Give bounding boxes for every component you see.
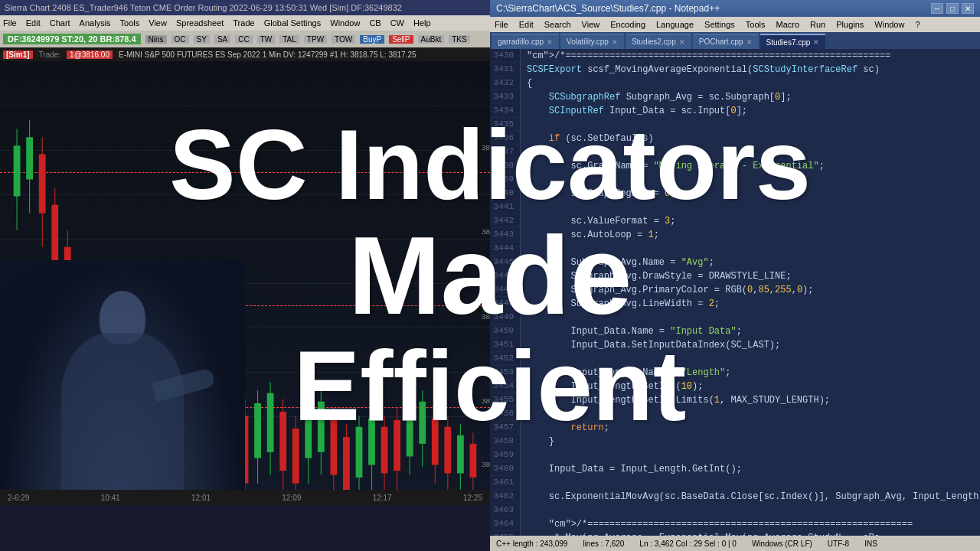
menu-help[interactable]: Help — [413, 18, 431, 28]
sc-tpw-btn[interactable]: TPW — [304, 35, 327, 44]
line-number: 3439 — [490, 173, 521, 186]
npp-tab-close[interactable]: ✕ — [547, 38, 553, 46]
code-line: 3434 SCInputRef Input_Data = sc.Input[0]… — [490, 104, 980, 118]
npp-tab-close[interactable]: ✕ — [679, 38, 685, 46]
sc-sim-badge: [Sim1] — [3, 51, 33, 59]
npp-menu-help[interactable]: ? — [915, 20, 920, 29]
menu-view[interactable]: View — [149, 18, 167, 28]
sc-cc-btn[interactable]: CC — [235, 35, 252, 44]
sc-tal-btn[interactable]: TAL — [279, 35, 299, 44]
npp-tab-label: garradillo.cpp — [498, 37, 544, 46]
npp-minimize-button[interactable]: ─ — [931, 3, 943, 14]
line-number: 3459 — [490, 448, 521, 461]
sc-buyp-btn[interactable]: BuyP — [360, 35, 384, 44]
npp-tab-pochart[interactable]: POChart.cpp ✕ — [693, 34, 759, 49]
code-line: 3438 sc.GraphName = "Moving Average - Ex… — [490, 159, 980, 173]
npp-tab-garradillo[interactable]: garradillo.cpp ✕ — [492, 34, 559, 49]
menu-globalsettings[interactable]: Global Settings — [264, 18, 322, 28]
npp-menubar[interactable]: File Edit Search View Encoding Language … — [490, 17, 980, 32]
line-content: SCInputRef Input_Data = sc.Input[0]; — [521, 104, 980, 118]
npp-tab-volatility[interactable]: Volatility.cpp ✕ — [560, 34, 624, 49]
sc-chart-area[interactable]: 3820 3818 3815 3812 3810 2-6:29 10:41 12… — [0, 61, 490, 505]
sc-aubkt-btn[interactable]: AuBkt — [418, 35, 445, 44]
npp-menu-search[interactable]: Search — [544, 20, 571, 29]
npp-code-area[interactable]: 3430"cm">/*=============================… — [490, 49, 980, 536]
menu-spreadsheet[interactable]: Spreadsheet — [176, 18, 224, 28]
line-number: 3433 — [490, 90, 521, 103]
menu-analysis[interactable]: Analysis — [80, 18, 111, 28]
sc-oc-btn[interactable]: OC — [172, 35, 189, 44]
code-line: 3433 SCSubgraphRef Subgraph_Avg = sc.Sub… — [490, 90, 980, 104]
npp-menu-file[interactable]: File — [495, 20, 508, 29]
line-number: 3437 — [490, 145, 521, 158]
code-line: 3461 — [490, 476, 980, 490]
code-line: 3430"cm">/*=============================… — [490, 49, 980, 63]
line-number: 3448 — [490, 297, 521, 310]
npp-window-buttons[interactable]: ─ □ ✕ — [931, 3, 974, 14]
npp-tabbar[interactable]: garradillo.cpp ✕ Volatility.cpp ✕ Studie… — [490, 32, 980, 49]
npp-tab-studies7[interactable]: Studies7.cpp ✕ — [760, 34, 826, 49]
npp-maximize-button[interactable]: □ — [946, 3, 959, 14]
svg-rect-57 — [368, 419, 375, 465]
npp-statusbar: C++ length : 243,099 lines : 7,620 Ln : … — [490, 536, 980, 551]
sc-sy-btn[interactable]: SY — [194, 35, 210, 44]
npp-tab-label: Studies2.cpp — [632, 37, 676, 46]
sc-pricebar: [Sim1] Trade: 1@3816.00 E-MINI S&P 500 F… — [0, 47, 490, 61]
npp-menu-run[interactable]: Run — [810, 20, 825, 29]
npp-menu-encoding[interactable]: Encoding — [610, 20, 645, 29]
sc-sellp-btn[interactable]: SellP — [389, 35, 413, 44]
npp-menu-language[interactable]: Language — [656, 20, 694, 29]
line-number: 3461 — [490, 476, 521, 489]
code-line: 3456 — [490, 407, 980, 421]
line-number: 3464 — [490, 517, 521, 530]
line-number: 3434 — [490, 104, 521, 117]
npp-tab-close[interactable]: ✕ — [746, 38, 753, 46]
sc-df-display: DF:36249979 ST:20, 20 BR:878.4 — [3, 34, 141, 44]
npp-menu-tools[interactable]: Tools — [746, 20, 766, 29]
menu-chart[interactable]: Chart — [50, 18, 70, 28]
line-number: 3454 — [490, 380, 521, 393]
sc-menubar[interactable]: File Edit Chart Analysis Tools View Spre… — [0, 15, 490, 31]
menu-cw[interactable]: CW — [390, 18, 404, 28]
npp-menu-settings[interactable]: Settings — [704, 20, 735, 29]
npp-tab-close[interactable]: ✕ — [612, 38, 618, 46]
menu-window[interactable]: Window — [330, 18, 360, 28]
line-content: Subgraph_Avg.LineWidth = 2; — [521, 297, 980, 311]
npp-menu-window[interactable]: Window — [874, 20, 904, 29]
npp-menu-plugins[interactable]: Plugins — [836, 20, 864, 29]
npp-menu-edit[interactable]: Edit — [519, 20, 534, 29]
menu-trade[interactable]: Trade — [233, 18, 254, 28]
time-1217: 12:17 — [373, 494, 392, 502]
line-number: 3443 — [490, 228, 521, 241]
npp-status-position: Ln : 3,462 Col : 29 Sel : 0 | 0 — [639, 540, 737, 548]
code-line: 3431SCSFExport scsf_MovingAverageExponen… — [490, 63, 980, 77]
sc-tw-btn[interactable]: TW — [257, 35, 276, 44]
sc-sa-btn[interactable]: SA — [214, 35, 230, 44]
sc-tks-btn[interactable]: TKS — [449, 35, 469, 44]
npp-close-button[interactable]: ✕ — [962, 3, 974, 14]
line-content: sc.GraphRegion = 0; — [521, 187, 980, 201]
menu-tools[interactable]: Tools — [120, 18, 140, 28]
npp-status-encoding: UTF-8 — [828, 540, 849, 548]
sc-nins-btn[interactable]: Nins — [145, 35, 167, 44]
sc-titlebar: Sierra Chart 2408 ES_Trader946 Teton CME… — [0, 0, 490, 15]
line-number: 3462 — [490, 490, 521, 503]
sc-tow-btn[interactable]: TOW — [332, 35, 355, 44]
code-line: 3447 Subgraph_Avg.PrimaryColor = RGB(0,8… — [490, 283, 980, 297]
npp-menu-macro[interactable]: Macro — [776, 20, 799, 29]
line-number: 3457 — [490, 421, 521, 434]
npp-tab-close[interactable]: ✕ — [813, 38, 819, 46]
npp-tab-studies2[interactable]: Studies2.cpp ✕ — [626, 34, 691, 49]
npp-menu-view[interactable]: View — [582, 20, 600, 29]
sc-instrument-info: E-MINI S&P 500 FUTURES ES Sep 2022 1 Min… — [119, 51, 416, 59]
line-number: 3460 — [490, 462, 521, 475]
menu-cb[interactable]: CB — [369, 18, 381, 28]
code-line: 3436 if (sc.SetDefaults) — [490, 132, 980, 145]
menu-file[interactable]: File — [3, 18, 17, 28]
code-line: 3464 "cm">/*============================… — [490, 517, 980, 531]
code-line: 3450 Input_Data.Name = "Input Data"; — [490, 324, 980, 338]
menu-edit[interactable]: Edit — [26, 18, 41, 28]
right-panel: C:\SierraChart\ACS_Source\Studies7.cpp -… — [490, 0, 980, 551]
line-content: sc.ValueFormat = 3; — [521, 214, 980, 228]
code-line: 3460 Input_Data = Input_Length.GetInt(); — [490, 462, 980, 476]
